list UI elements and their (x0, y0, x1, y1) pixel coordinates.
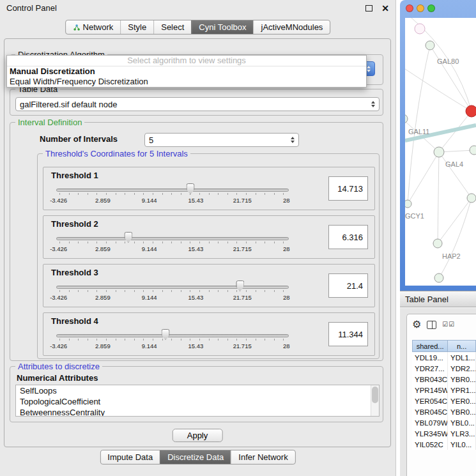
tab-infer-network[interactable]: Infer Network (231, 450, 295, 464)
threshold-2-value-field[interactable]: 6.316 (328, 225, 368, 249)
option-manual-discretization[interactable]: Manual Discretization (7, 66, 366, 77)
list-item-selfloops[interactable]: SelfLoops (16, 385, 379, 396)
cell[interactable]: YBL0... (448, 417, 476, 428)
cell[interactable]: YIL052C (412, 439, 448, 450)
threshold-4-slider[interactable]: -3.426 2.859 9.144 15.43 21.715 28 (56, 328, 289, 354)
minimize-window-icon[interactable] (417, 4, 424, 12)
node-gcy1[interactable] (405, 200, 411, 208)
table-row[interactable]: YPR145WYPR1... (412, 385, 476, 395)
slider-minor-ticks (59, 339, 286, 341)
tab-cyni-toolbox[interactable]: Cyni Toolbox (191, 20, 253, 34)
column-header-name[interactable]: n... (448, 340, 476, 352)
cell[interactable]: YBR0... (448, 406, 476, 417)
slider-tick-labels: -3.426 2.859 9.144 15.43 21.715 28 (56, 245, 289, 253)
cell[interactable]: YBR0... (448, 374, 476, 385)
cell[interactable]: YBR043C (412, 374, 448, 385)
zoom-window-icon[interactable] (427, 4, 435, 12)
slider-track[interactable] (56, 188, 289, 192)
threshold-3-value-field[interactable]: 21.4 (328, 273, 368, 298)
top-tab-bar: Network Style Select Cyni Toolbox jActiv… (65, 20, 331, 35)
tab-impute-data[interactable]: Impute Data (100, 450, 160, 464)
close-icon[interactable]: ✕ (381, 4, 389, 13)
slider-track[interactable] (56, 334, 289, 337)
stepper-down-icon (367, 70, 371, 72)
table-data-combobox[interactable]: galFiltered.sif default node (15, 97, 380, 111)
node-gal11[interactable] (405, 114, 408, 123)
cell[interactable]: YLR3... (448, 428, 476, 439)
apply-button[interactable]: Apply (173, 429, 223, 442)
list-item-topologicalcoefficient[interactable]: TopologicalCoefficient (16, 396, 379, 407)
float-window-icon[interactable] (365, 5, 372, 12)
slider-track[interactable] (56, 286, 289, 289)
node-unlabeled[interactable] (415, 24, 425, 34)
numerical-attributes-list: SelfLoops TopologicalCoefficient Between… (15, 385, 380, 417)
tab-discretize-data[interactable]: Discretize Data (160, 450, 231, 464)
tab-jactivemnodules[interactable]: jActiveMNodules (254, 20, 330, 34)
cell[interactable]: YER0... (448, 395, 476, 406)
threshold-1-value-field[interactable]: 14.713 (328, 176, 368, 201)
cell[interactable]: YDR27... (412, 363, 448, 374)
list-scrollbar[interactable] (371, 385, 379, 416)
column-header-shared-name[interactable]: shared... (412, 340, 448, 352)
number-of-intervals-label: Number of Intervals (40, 134, 118, 144)
tick-label: -3.426 (50, 245, 67, 252)
cell[interactable]: YBL079W (412, 417, 448, 428)
threshold-2-slider[interactable]: -3.426 2.859 9.144 15.43 21.715 28 (56, 231, 289, 257)
cell[interactable]: YDR2... (448, 363, 476, 374)
threshold-coordinates-label: Threshold's Coordinates for 5 Intervals (43, 149, 190, 158)
network-canvas[interactable]: GAL80 GAL11 GAL4 GCY1 HAP2 (405, 18, 476, 286)
list-scrollbar-thumb[interactable] (372, 387, 378, 403)
select-columns-icon[interactable]: ☑☑ (442, 321, 455, 328)
control-panel-window: Control Panel ✕ Network Style Select Cyn… (0, 0, 396, 476)
tab-select[interactable]: Select (153, 20, 191, 34)
node-selected-red[interactable] (466, 105, 476, 117)
interval-definition-label: Interval Definition (15, 118, 84, 127)
slider-minor-ticks (59, 290, 286, 292)
columns-icon[interactable] (427, 321, 436, 329)
list-item-betweennesscentrality[interactable]: BetweennessCentrality (16, 407, 379, 417)
table-row[interactable]: YLR345WYLR3... (412, 428, 476, 439)
threshold-4-panel: Threshold 4 -3.426 2.859 9.144 15.43 21.… (43, 312, 375, 356)
cell[interactable]: YIL0... (448, 439, 476, 450)
tab-style[interactable]: Style (120, 20, 153, 34)
node-unlabeled[interactable] (470, 146, 476, 155)
node-hap2[interactable] (433, 239, 442, 248)
cell[interactable]: YER054C (412, 395, 448, 406)
tab-impute-data-label: Impute Data (107, 452, 153, 462)
node-gal4[interactable] (434, 147, 444, 157)
table-row[interactable]: YBR045CYBR0... (412, 406, 476, 417)
table-row[interactable]: YIL052CYIL0... (412, 439, 476, 450)
slider-tick-labels: -3.426 2.859 9.144 15.43 21.715 28 (56, 342, 289, 350)
tick-label: 15.43 (188, 197, 204, 204)
threshold-3-slider[interactable]: -3.426 2.859 9.144 15.43 21.715 28 (56, 280, 289, 305)
cell[interactable]: YDL19... (412, 352, 448, 363)
node-unlabeled[interactable] (434, 273, 443, 282)
gear-icon[interactable]: ⚙ (412, 319, 421, 330)
node-unlabeled[interactable] (467, 194, 476, 203)
tab-network[interactable]: Network (66, 20, 121, 34)
attribute-browser-inner: ⚙ ☑☑ shared... n... YDL19...YDL1... YDR2… (406, 314, 476, 476)
network-graph: GAL80 GAL11 GAL4 GCY1 HAP2 (405, 18, 476, 286)
cell[interactable]: YPR145W (412, 385, 448, 395)
table-row[interactable]: YDL19...YDL1... (412, 352, 476, 363)
cell[interactable]: YBR045C (412, 406, 448, 417)
table-row[interactable]: YBL079WYBL0... (412, 417, 476, 428)
close-window-icon[interactable] (406, 4, 413, 12)
cell[interactable]: YPR1... (448, 385, 476, 395)
table-row[interactable]: YER054CYER0... (412, 395, 476, 406)
threshold-1-slider[interactable]: -3.426 2.859 9.144 15.43 21.715 28 (56, 183, 289, 208)
cell[interactable]: YLR345W (412, 428, 448, 439)
tick-label: -3.426 (50, 197, 67, 204)
number-of-intervals-spinner[interactable]: 5 (144, 133, 299, 147)
node-gal80[interactable] (426, 41, 434, 50)
table-row[interactable]: YBR043CYBR0... (412, 374, 476, 385)
table-row[interactable]: YDR27...YDR2... (412, 363, 476, 374)
threshold-coordinates-group: Threshold's Coordinates for 5 Intervals … (37, 153, 380, 359)
threshold-4-value-field[interactable]: 11.344 (328, 322, 368, 346)
option-equal-width-frequency[interactable]: Equal Width/Frequency Discretization (7, 77, 366, 87)
tick-label: 28 (283, 245, 290, 252)
threshold-2-panel: Threshold 2 -3.426 2.859 9.144 15.43 21.… (43, 215, 375, 259)
cell[interactable]: YDL1... (448, 352, 476, 363)
numerical-attributes-label: Numerical Attributes (17, 373, 98, 383)
slider-track[interactable] (56, 237, 289, 240)
